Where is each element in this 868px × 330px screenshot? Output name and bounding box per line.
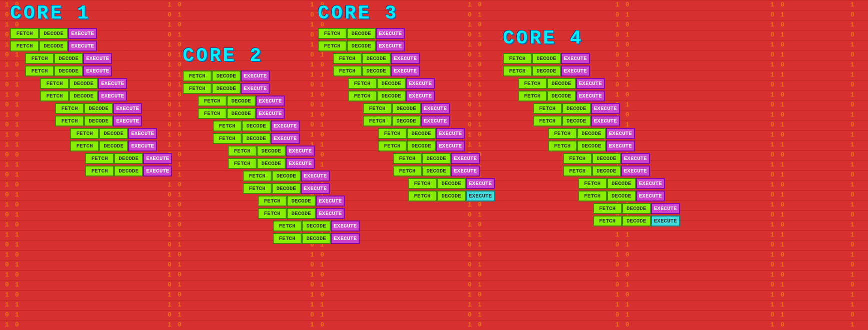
fetch-cell: FETCH xyxy=(393,166,422,176)
execute-cell: EXECUTE xyxy=(271,133,300,144)
execute-cell: EXECUTE xyxy=(591,116,620,126)
fetch-cell: FETCH xyxy=(273,233,302,244)
pipeline-row: FETCHDECODEEXECUTE xyxy=(503,178,680,189)
pipeline-row: FETCHDECODEEXECUTE xyxy=(10,78,172,89)
execute-cell: EXECUTE xyxy=(391,53,420,64)
decode-cell: DECODE xyxy=(377,78,406,89)
fetch-cell: FETCH xyxy=(183,83,212,94)
execute-cell: EXECUTE xyxy=(451,166,480,176)
execute-cell: EXECUTE xyxy=(561,66,590,76)
execute-cell: EXECUTE xyxy=(98,90,127,102)
fetch-cell: FETCH xyxy=(578,190,607,202)
pipeline-row: FETCHDECODEEXECUTE xyxy=(503,128,680,139)
execute-cell: EXECUTE xyxy=(621,153,650,164)
execute-cell: EXECUTE xyxy=(83,66,112,76)
pipeline-row: FETCHDECODEEXECUTE xyxy=(10,66,172,76)
pipeline-row: FETCHDECODEEXECUTE xyxy=(503,90,680,102)
fetch-cell: FETCH xyxy=(518,90,547,102)
fetch-cell: FETCH xyxy=(348,90,377,102)
fetch-cell: FETCH xyxy=(198,108,227,119)
decode-cell: DECODE xyxy=(54,53,83,64)
pipeline-row: FETCHDECODEEXECUTE xyxy=(183,233,360,244)
decode-cell: DECODE xyxy=(242,133,271,144)
fetch-cell: FETCH xyxy=(258,208,287,219)
fetch-cell: FETCH xyxy=(593,216,622,226)
execute-cell: EXECUTE xyxy=(376,28,405,39)
fetch-cell: FETCH xyxy=(10,40,39,52)
execute-cell: EXECUTE xyxy=(331,220,360,232)
fetch-cell: FETCH xyxy=(563,153,592,164)
fetch-cell: FETCH xyxy=(408,178,437,189)
execute-cell: EXECUTE xyxy=(271,120,300,132)
decode-cell: DECODE xyxy=(272,170,301,182)
fetch-cell: FETCH xyxy=(10,28,39,39)
execute-cell: EXECUTE xyxy=(651,216,680,226)
fetch-cell: FETCH xyxy=(378,140,407,152)
fetch-cell: FETCH xyxy=(578,178,607,189)
decode-cell: DECODE xyxy=(69,78,98,89)
decode-cell: DECODE xyxy=(592,153,621,164)
decode-cell: DECODE xyxy=(39,28,68,39)
fetch-cell: FETCH xyxy=(318,40,347,52)
fetch-cell: FETCH xyxy=(503,53,532,64)
decode-cell: DECODE xyxy=(422,166,451,176)
decode-cell: DECODE xyxy=(347,28,376,39)
execute-cell: EXECUTE xyxy=(241,70,270,82)
fetch-cell: FETCH xyxy=(378,128,407,139)
pipeline-row: FETCHDECODEEXECUTE xyxy=(503,203,680,214)
pipeline-row: FETCHDECODEEXECUTE xyxy=(318,178,495,189)
decode-cell: DECODE xyxy=(562,116,591,126)
decode-cell: DECODE xyxy=(437,178,466,189)
decode-cell: DECODE xyxy=(607,178,636,189)
decode-cell: DECODE xyxy=(562,103,591,114)
fetch-cell: FETCH xyxy=(348,78,377,89)
pipeline-row: FETCHDECODEEXECUTE xyxy=(10,90,172,102)
execute-cell: EXECUTE xyxy=(143,153,172,164)
pipeline-row: FETCHDECODEEXECUTE xyxy=(503,78,680,89)
fetch-cell: FETCH xyxy=(548,128,577,139)
execute-cell: EXECUTE xyxy=(606,128,635,139)
pipeline-row: FETCHDECODEEXECUTE xyxy=(183,208,360,219)
decode-cell: DECODE xyxy=(287,208,316,219)
core4-title: CORE 4 xyxy=(503,28,680,49)
execute-cell: EXECUTE xyxy=(576,90,605,102)
fetch-cell: FETCH xyxy=(40,78,69,89)
fetch-cell: FETCH xyxy=(273,220,302,232)
pipeline-row: FETCHDECODEEXECUTE xyxy=(10,166,172,176)
execute-cell: EXECUTE xyxy=(256,108,285,119)
decode-cell: DECODE xyxy=(362,53,391,64)
core1-title: CORE 1 xyxy=(10,2,172,24)
decode-cell: DECODE xyxy=(227,96,256,106)
fetch-cell: FETCH xyxy=(258,196,287,206)
execute-cell: EXECUTE xyxy=(256,96,285,106)
decode-cell: DECODE xyxy=(532,66,561,76)
execute-cell: EXECUTE xyxy=(421,116,450,126)
execute-cell: EXECUTE xyxy=(561,53,590,64)
pipeline-row: FETCHDECODEEXECUTE xyxy=(318,153,495,164)
fetch-cell: FETCH xyxy=(70,140,99,152)
fetch-cell: FETCH xyxy=(40,90,69,102)
execute-cell: EXECUTE xyxy=(128,128,157,139)
decode-cell: DECODE xyxy=(532,53,561,64)
pipeline-row: FETCHDECODEEXECUTE xyxy=(318,90,495,102)
fetch-cell: FETCH xyxy=(228,158,257,169)
execute-cell: EXECUTE xyxy=(286,146,315,156)
fetch-cell: FETCH xyxy=(593,203,622,214)
pipeline-row: FETCHDECODEEXECUTE xyxy=(318,53,495,64)
decode-cell: DECODE xyxy=(84,103,113,114)
execute-cell: EXECUTE xyxy=(606,140,635,152)
pipeline-row: FETCHDECODEEXECUTE xyxy=(318,140,495,152)
pipeline-row: FETCHDECODEEXECUTE xyxy=(503,216,680,226)
fetch-cell: FETCH xyxy=(563,166,592,176)
fetch-cell: FETCH xyxy=(85,166,114,176)
pipeline-row: FETCHDECODEEXECUTE xyxy=(183,220,360,232)
pipeline-row: FETCHDECODEEXECUTE xyxy=(318,103,495,114)
pipeline-row: FETCHDECODEEXECUTE xyxy=(318,190,495,202)
execute-cell: EXECUTE xyxy=(576,78,605,89)
fetch-cell: FETCH xyxy=(243,183,272,194)
pipeline-row: FETCHDECODEEXECUTE xyxy=(318,66,495,76)
decode-cell: DECODE xyxy=(377,90,406,102)
execute-cell: EXECUTE xyxy=(436,140,465,152)
pipeline-row: FETCHDECODEEXECUTE xyxy=(10,40,172,52)
decode-cell: DECODE xyxy=(422,153,451,164)
